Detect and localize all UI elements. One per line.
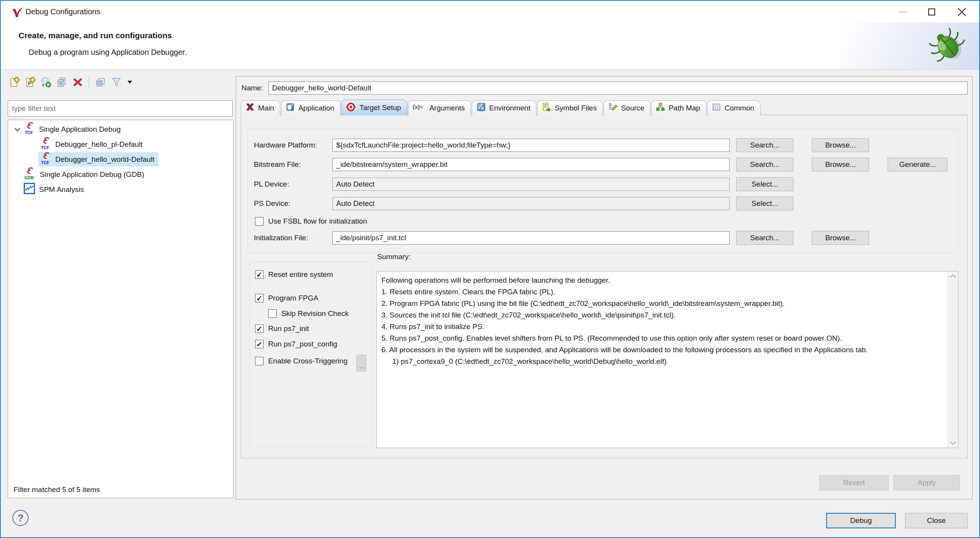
close-icon [957,7,966,17]
new-launch-configuration-icon[interactable] [9,76,20,88]
target-setup-tab-icon [346,102,356,114]
run-ps7-init-label: Run ps7_init [268,324,309,333]
fsbl-checkbox[interactable] [255,217,264,226]
filter-icon[interactable] [111,76,122,88]
arguments-tab-icon: (x)= [413,103,426,113]
debug-button[interactable]: Debug [826,513,896,528]
reset-entire-system-checkbox[interactable]: ✓ [255,270,264,279]
minimize-button[interactable] [897,5,910,19]
tcf-debug-icon: TCF [24,122,35,137]
bitstream-search-button[interactable]: Search... [736,158,793,171]
summary-line: 5. Runs ps7_post_config. Enables level s… [381,333,942,344]
tree-item-debugger-hello-pl[interactable]: TCF Debugger_hello_pl-Default [8,137,233,152]
pl-device-label: PL Device: [254,178,289,191]
scroll-down-icon[interactable] [949,441,956,445]
close-button[interactable]: Close [905,513,968,528]
duplicate-icon[interactable] [56,76,68,88]
export-launch-configurations-icon[interactable] [40,76,52,88]
run-ps7-init-checkbox[interactable]: ✓ [255,324,264,333]
svg-text:(x)=: (x)= [413,104,423,110]
run-ps7-post-config-checkbox[interactable]: ✓ [255,340,264,348]
source-tab-icon [608,102,618,114]
hardware-browse-button[interactable]: Browse... [812,138,869,152]
hardware-platform-field[interactable]: ${sdxTcfLaunchFile:project=hello_world;f… [332,139,730,152]
revert-button[interactable]: Revert [819,475,889,490]
enable-cross-triggering-checkbox[interactable] [255,357,264,365]
hardware-platform-label: Hardware Platform: [254,139,317,152]
reset-entire-system-label: Reset entire system [268,270,333,279]
question-mark-icon: ? [17,512,24,524]
reset-options-panel [249,262,372,448]
svg-text:TCF: TCF [25,130,33,135]
summary-line: 2. Program FPGA fabric (PL) using the bi… [381,298,942,309]
fsbl-checkbox-label: Use FSBL flow for initialization [268,217,367,226]
summary-box[interactable]: Following operations will be performed b… [376,271,958,448]
new-launch-prototype-icon[interactable]: P [24,76,36,88]
symbol-files-tab-icon [542,102,551,114]
init-browse-button[interactable]: Browse... [812,231,869,245]
init-search-button[interactable]: Search... [736,231,793,245]
delete-icon[interactable] [72,76,83,88]
enable-cross-triggering-label: Enable Cross-Triggering [268,356,347,366]
svg-text:TCF: TCF [41,145,49,150]
summary-line: 1) ps7_cortexa9_0 (C:\edt\edt_zc702_work… [381,356,942,367]
bitstream-generate-button[interactable]: Generate... [888,158,948,171]
configurations-toolbar: P [9,76,133,88]
tab-arguments[interactable]: (x)= Arguments [408,100,471,115]
svg-text:TCF: TCF [41,160,49,165]
checkbox-mark: ✓ [256,324,262,333]
pl-device-field: Auto Detect [332,178,730,191]
tab-path-map[interactable]: Path Map [651,100,706,115]
filter-status-text: Filter matched 5 of 5 items [14,484,100,496]
chevron-down-icon[interactable] [14,125,20,134]
tcf-debug-icon: TCF [40,152,51,167]
name-input[interactable] [269,81,968,95]
tree-item-single-application-debug[interactable]: TCF Single Application Debug [8,122,233,137]
initialization-file-field[interactable]: _ide/psinit/ps7_init.tcl [332,231,730,244]
ps-device-label: PS Device: [254,197,290,210]
tab-symbol-files[interactable]: Symbol Files [537,100,603,115]
tab-label: Environment [489,104,531,112]
tree-item-label: SPM Analysis [39,185,84,194]
tree-item-debugger-hello-world[interactable]: TCF Debugger_hello_world-Default [8,152,233,167]
tab-source[interactable]: Source [604,100,650,115]
tree-item-label: Single Application Debug (GDB) [40,170,144,179]
name-label: Name: [242,81,263,95]
collapse-all-icon[interactable] [95,76,106,88]
ps-select-button[interactable]: Select... [736,197,793,210]
close-window-button[interactable] [955,5,968,19]
tab-label: Arguments [429,104,465,112]
checkbox-mark: ✓ [256,294,262,303]
tab-main[interactable]: Main [241,100,280,115]
minimize-icon [899,12,907,12]
program-fpga-checkbox[interactable]: ✓ [255,294,264,302]
summary-line: 4. Runs ps7_init to initialize PS. [381,321,942,333]
skip-revision-check-checkbox[interactable] [268,309,277,318]
header-title: Create, manage, and run configurations [19,31,172,40]
filter-input[interactable] [8,100,233,117]
tree-item-single-application-debug-gdb[interactable]: GDB Single Application Debug (GDB) [8,167,233,182]
environment-tab-icon [476,102,486,114]
summary-line: 6. All processors in the system will be … [381,344,942,356]
tab-common[interactable]: Common [707,100,761,115]
help-button[interactable]: ? [12,510,29,526]
header-subtitle: Debug a program using Application Debugg… [29,48,187,57]
tab-target-setup[interactable]: Target Setup [341,100,407,115]
bitstream-file-field[interactable]: _ide/bitstream/system_wrapper.bit [332,158,730,171]
summary-line: Following operations will be performed b… [381,275,942,286]
pl-select-button[interactable]: Select... [736,177,793,191]
apply-button[interactable]: Apply [893,475,960,490]
tab-label: Main [258,104,274,112]
maximize-button[interactable] [925,5,938,19]
bitstream-browse-button[interactable]: Browse... [812,158,869,171]
program-fpga-label: Program FPGA [268,294,318,303]
tab-environment[interactable]: Environment [472,100,537,115]
toolbar-menu-arrow-icon[interactable] [126,76,133,88]
hardware-search-button[interactable]: Search... [736,138,793,152]
tree-item-spm-analysis[interactable]: SPM Analysis [8,182,233,197]
summary-scrollbar[interactable] [948,272,958,447]
dialog-header: Create, manage, and run configurations D… [1,22,979,70]
scroll-up-icon[interactable] [949,274,956,278]
tab-application[interactable]: Application [281,100,340,115]
cross-trigger-ellipsis-button[interactable]: ... [356,355,366,372]
